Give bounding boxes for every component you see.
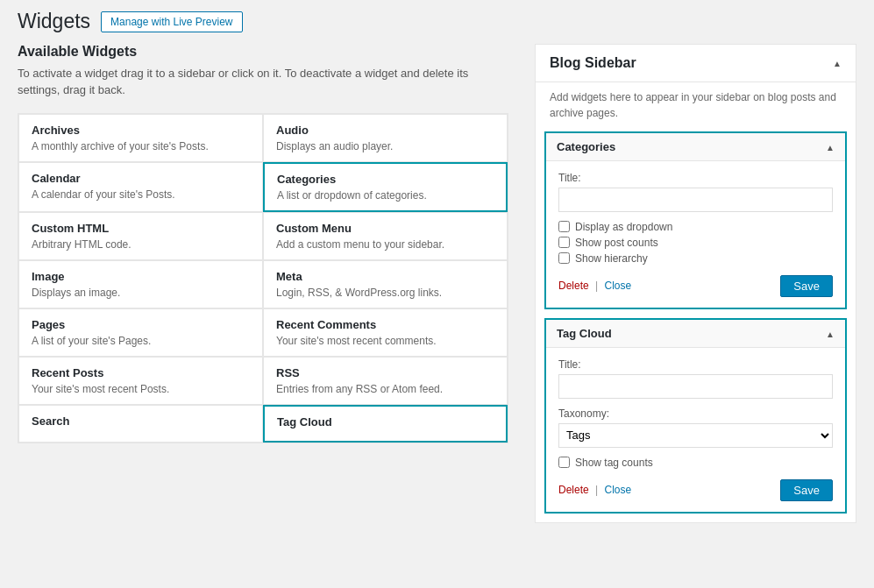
categories-close-link[interactable]: Close (604, 280, 631, 292)
display-dropdown-row: Display as dropdown (558, 221, 833, 233)
display-dropdown-label: Display as dropdown (575, 221, 672, 233)
widget-recent-posts[interactable]: Recent Posts Your site's most recent Pos… (18, 357, 263, 405)
show-post-counts-label: Show post counts (575, 237, 658, 249)
tag-cloud-delete-link[interactable]: Delete (558, 484, 589, 496)
categories-title-input[interactable] (558, 188, 833, 212)
widget-recent-comments-name: Recent Comments (276, 318, 494, 331)
widget-rss-desc: Entries from any RSS or Atom feed. (276, 383, 494, 395)
categories-delete-link[interactable]: Delete (558, 280, 589, 292)
widget-archives-name: Archives (32, 124, 250, 137)
widget-pages-desc: A list of your site's Pages. (32, 335, 250, 347)
tag-cloud-taxonomy-label: Taxonomy: (558, 407, 833, 420)
categories-widget-body: Title: Display as dropdown Show post cou… (546, 161, 845, 308)
widget-recent-posts-name: Recent Posts (32, 366, 250, 379)
categories-sidebar-widget: Categories Title: Display as dropdown (544, 131, 847, 309)
right-panel: Blog Sidebar Add widgets here to appear … (535, 44, 856, 523)
widget-recent-comments[interactable]: Recent Comments Your site's most recent … (263, 308, 508, 357)
categories-save-button[interactable]: Save (780, 275, 833, 297)
widget-audio-desc: Displays an audio player. (276, 140, 494, 152)
categories-widget-actions: Delete | Close Save (558, 275, 833, 297)
show-post-counts-row: Show post counts (558, 237, 833, 249)
categories-widget-links: Delete | Close (558, 280, 631, 292)
display-dropdown-checkbox[interactable] (558, 221, 570, 232)
widget-custom-html[interactable]: Custom HTML Arbitrary HTML code. (18, 212, 263, 260)
tag-cloud-widget-header[interactable]: Tag Cloud (546, 320, 845, 348)
widget-custom-menu[interactable]: Custom Menu Add a custom menu to your si… (263, 212, 508, 260)
main-content: Available Widgets To activate a widget d… (0, 35, 874, 532)
tag-cloud-title-row: Title: (558, 358, 833, 399)
tag-cloud-sidebar-widget: Tag Cloud Title: Taxonomy: Tags Cate (544, 318, 847, 514)
widget-image-desc: Displays an image. (32, 287, 250, 299)
categories-title-row: Title: (558, 172, 833, 212)
tag-cloud-widget-title: Tag Cloud (557, 327, 612, 340)
blog-sidebar-description: Add widgets here to appear in your sideb… (536, 82, 856, 131)
widget-rss[interactable]: RSS Entries from any RSS or Atom feed. (263, 357, 508, 405)
widget-meta[interactable]: Meta Login, RSS, & WordPress.org links. (263, 260, 508, 308)
categories-title-label: Title: (558, 172, 833, 184)
widget-image-name: Image (32, 270, 250, 283)
blog-sidebar-title: Blog Sidebar (550, 55, 636, 71)
tag-cloud-taxonomy-select[interactable]: Tags Categories Post Formats (558, 423, 833, 448)
widget-recent-comments-desc: Your site's most recent comments. (276, 335, 494, 347)
tag-cloud-title-label: Title: (558, 358, 833, 371)
show-tag-counts-label: Show tag counts (575, 457, 653, 469)
tag-cloud-save-button[interactable]: Save (780, 479, 833, 501)
widget-calendar-desc: A calendar of your site's Posts. (32, 188, 250, 201)
widget-custom-menu-name: Custom Menu (276, 222, 494, 235)
available-widgets-description: To activate a widget drag it to a sideba… (18, 65, 508, 99)
widget-categories[interactable]: Categories A list or dropdown of categor… (263, 162, 508, 212)
widget-recent-posts-desc: Your site's most recent Posts. (32, 383, 250, 395)
show-hierarchy-checkbox[interactable] (558, 252, 570, 264)
blog-sidebar-header: Blog Sidebar (536, 45, 856, 82)
widget-tag-cloud-name: Tag Cloud (277, 415, 494, 429)
page-header: Widgets Manage with Live Preview (0, 0, 874, 35)
tag-cloud-widget-collapse-icon[interactable] (826, 327, 835, 340)
widget-pages[interactable]: Pages A list of your site's Pages. (18, 308, 263, 357)
widget-custom-html-name: Custom HTML (32, 222, 250, 235)
widgets-grid: Archives A monthly archive of your site'… (18, 113, 508, 443)
show-tag-counts-checkbox[interactable] (558, 457, 570, 468)
widget-calendar-name: Calendar (32, 172, 250, 185)
categories-widget-collapse-icon[interactable] (826, 140, 835, 153)
widget-categories-desc: A list or dropdown of categories. (277, 189, 494, 202)
widget-custom-html-desc: Arbitrary HTML code. (32, 238, 250, 251)
widget-meta-desc: Login, RSS, & WordPress.org links. (276, 287, 494, 299)
widget-rss-name: RSS (276, 366, 494, 379)
widget-calendar[interactable]: Calendar A calendar of your site's Posts… (18, 162, 263, 212)
widget-search-name: Search (32, 414, 250, 428)
blog-sidebar-container: Blog Sidebar Add widgets here to appear … (535, 44, 856, 523)
blog-sidebar-collapse-icon[interactable] (833, 56, 842, 69)
widget-meta-name: Meta (276, 270, 494, 283)
available-widgets-title: Available Widgets (18, 44, 508, 60)
widget-archives[interactable]: Archives A monthly archive of your site'… (18, 114, 263, 162)
page-title: Widgets (18, 9, 90, 35)
tag-cloud-taxonomy-row: Taxonomy: Tags Categories Post Formats (558, 407, 833, 448)
tag-cloud-close-link[interactable]: Close (604, 484, 631, 496)
tag-cloud-title-input[interactable] (558, 374, 833, 399)
categories-widget-title: Categories (557, 140, 615, 153)
widget-audio[interactable]: Audio Displays an audio player. (263, 114, 508, 162)
tag-cloud-widget-actions: Delete | Close Save (558, 479, 833, 501)
live-preview-button[interactable]: Manage with Live Preview (101, 11, 242, 32)
tag-cloud-widget-body: Title: Taxonomy: Tags Categories Post Fo… (546, 348, 845, 512)
widget-archives-desc: A monthly archive of your site's Posts. (32, 140, 250, 152)
show-hierarchy-label: Show hierarchy (575, 252, 648, 265)
tag-cloud-widget-links: Delete | Close (558, 484, 631, 496)
show-hierarchy-row: Show hierarchy (558, 252, 833, 265)
widget-image[interactable]: Image Displays an image. (18, 260, 263, 308)
show-post-counts-checkbox[interactable] (558, 237, 570, 248)
page-wrapper: Widgets Manage with Live Preview Availab… (0, 0, 874, 588)
widget-custom-menu-desc: Add a custom menu to your sidebar. (276, 238, 494, 251)
show-tag-counts-row: Show tag counts (558, 457, 833, 469)
widget-categories-name: Categories (277, 173, 494, 186)
categories-separator: | (595, 280, 600, 292)
widget-search[interactable]: Search (18, 405, 263, 443)
categories-widget-header[interactable]: Categories (546, 133, 845, 161)
widget-audio-name: Audio (276, 124, 494, 137)
widget-tag-cloud[interactable]: Tag Cloud (263, 405, 508, 443)
left-panel: Available Widgets To activate a widget d… (18, 44, 508, 523)
tag-cloud-separator: | (595, 484, 600, 496)
widget-pages-name: Pages (32, 318, 250, 331)
